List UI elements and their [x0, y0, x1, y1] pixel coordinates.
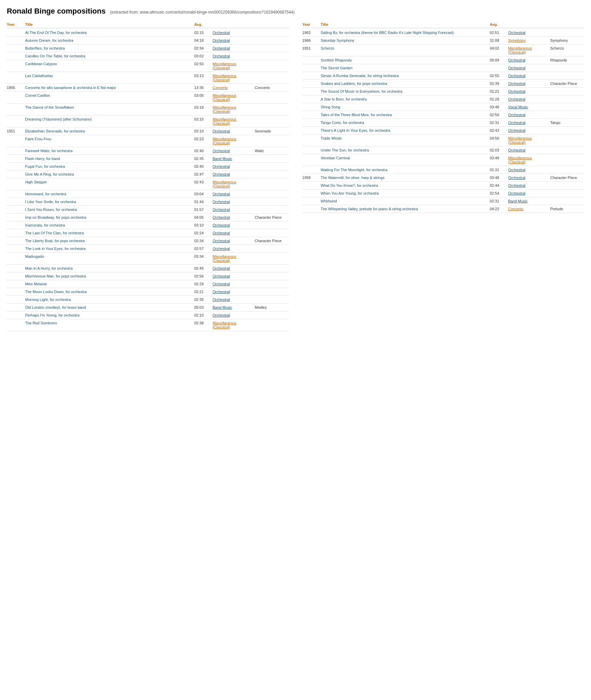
genre-link[interactable]: Orchestral: [508, 97, 525, 101]
title-cell[interactable]: Concerto for alto saxophone & orchestra …: [25, 86, 193, 90]
genre-cell[interactable]: Band Music: [213, 157, 253, 161]
title-cell[interactable]: Sailing By, for orchestra (theme for BBC…: [321, 31, 488, 35]
genre-link[interactable]: Orchestral: [213, 54, 230, 58]
genre-link[interactable]: Miscellaneous (Classical): [213, 321, 236, 329]
genre-cell[interactable]: Orchestral: [213, 231, 253, 235]
title-link[interactable]: There's A Light In Your Eyes, for orches…: [321, 128, 390, 132]
title-link[interactable]: What Do You Know?, for orchestra: [321, 183, 378, 187]
genre-cell[interactable]: Orchestral: [213, 164, 253, 168]
genre-link[interactable]: Orchestral: [508, 176, 525, 180]
title-link[interactable]: Morning Light, for orchestra: [25, 298, 71, 302]
title-link[interactable]: At The End Of The Day, for orchestra: [25, 31, 87, 35]
genre-link[interactable]: Orchestral: [508, 191, 525, 195]
genre-cell[interactable]: Miscellaneous (Classical): [213, 321, 253, 329]
title-cell[interactable]: Siesta: A Rumba Serenade, for string orc…: [321, 74, 488, 78]
genre-cell[interactable]: Symphony: [508, 38, 549, 42]
title-link[interactable]: The Red Sombrero: [25, 321, 57, 325]
genre-cell[interactable]: Orchestral: [213, 239, 253, 243]
title-cell[interactable]: I Sent You Roses, for orchestra: [25, 208, 193, 212]
genre-link[interactable]: Orchestral: [508, 128, 525, 132]
genre-cell[interactable]: Orchestral: [213, 200, 253, 204]
genre-cell[interactable]: Concerto: [213, 86, 253, 90]
title-cell[interactable]: Perhaps I'm Young, for orchestra: [25, 313, 193, 317]
genre-link[interactable]: Orchestral: [508, 121, 525, 125]
title-link[interactable]: The Dance of the Snowflakes: [25, 105, 74, 109]
genre-cell[interactable]: Orchestral: [508, 191, 549, 195]
title-cell[interactable]: Fugal Fun, for orchestra: [25, 164, 193, 168]
genre-link[interactable]: Miscellaneous (Classical): [213, 93, 236, 102]
title-cell[interactable]: Farewell Waltz, for orchestra: [25, 149, 193, 153]
title-cell[interactable]: Madrugado: [25, 254, 193, 258]
title-cell[interactable]: Caribbean Calypso: [25, 62, 193, 66]
title-link[interactable]: Under The Sun, for orchestra: [321, 148, 369, 152]
title-link[interactable]: Whirlwind: [321, 199, 337, 203]
genre-cell[interactable]: Orchestral: [508, 58, 549, 62]
genre-link[interactable]: Concerto: [508, 207, 523, 211]
title-link[interactable]: Old London (medley), for brass band: [25, 305, 86, 309]
title-cell[interactable]: Dreaming (Träumerei) (after Schumann): [25, 117, 193, 121]
title-link[interactable]: Flash Harry, for band: [25, 157, 60, 161]
title-cell[interactable]: The Sound Of Music Is Everywhere, for or…: [321, 89, 488, 93]
genre-cell[interactable]: Orchestral: [508, 97, 549, 101]
title-cell[interactable]: Inamorata, for orchestra: [25, 223, 193, 227]
genre-link[interactable]: Miscellaneous (Classical): [213, 254, 236, 263]
genre-link[interactable]: Orchestral: [213, 164, 230, 168]
title-link[interactable]: The Secret Garden: [321, 66, 353, 70]
title-link[interactable]: Candles On The Table, for orchestra: [25, 54, 85, 58]
genre-cell[interactable]: Orchestral: [213, 247, 253, 251]
title-link[interactable]: Imp on Broadway, for pops orchestra: [25, 215, 86, 219]
genre-link[interactable]: Miscellaneous (Classical): [213, 117, 236, 125]
genre-link[interactable]: Symphony: [508, 38, 526, 42]
title-link[interactable]: The Sound Of Music Is Everywhere, for or…: [321, 89, 402, 93]
title-cell[interactable]: Under The Sun, for orchestra: [321, 148, 488, 152]
title-cell[interactable]: Saturday Symphony: [321, 38, 488, 42]
title-link[interactable]: String Song: [321, 105, 340, 109]
title-cell[interactable]: Waiting For The Moonlight, for orchestra: [321, 168, 488, 172]
genre-cell[interactable]: Miscellaneous (Classical): [213, 74, 253, 82]
genre-cell[interactable]: Miscellaneous (Classical): [508, 46, 549, 54]
title-cell[interactable]: Whirlwind: [321, 199, 488, 203]
title-cell[interactable]: Homeward, for orchestra: [25, 192, 193, 196]
title-cell[interactable]: Tango Corto, for orchestra: [321, 121, 488, 125]
genre-cell[interactable]: Orchestral: [508, 148, 549, 152]
genre-cell[interactable]: Orchestral: [213, 38, 253, 42]
title-cell[interactable]: The Liberty Boat, for pops orchestra: [25, 239, 193, 243]
title-cell[interactable]: Elizabethan Serenade, for orchestra: [25, 129, 193, 133]
title-cell[interactable]: The Secret Garden: [321, 66, 488, 70]
title-link[interactable]: Saturday Symphony: [321, 38, 354, 42]
genre-cell[interactable]: Orchestral: [213, 149, 253, 153]
title-link[interactable]: Mischievous Mac, for pops orchestra: [25, 274, 86, 278]
genre-cell[interactable]: Miscellaneous (Classical): [213, 254, 253, 263]
genre-cell[interactable]: Miscellaneous (Classical): [508, 156, 549, 164]
title-link[interactable]: Sailing By, for orchestra (theme for BBC…: [321, 31, 454, 35]
title-link[interactable]: The Watermill, for oboe, harp & strings: [321, 176, 384, 180]
title-cell[interactable]: Man In A Hurry, for orchestra: [25, 266, 193, 270]
title-link[interactable]: Tales of the Three Blind Mice, for orche…: [321, 113, 392, 117]
title-link[interactable]: The Moon Looks Down, for orchestra: [25, 290, 87, 294]
genre-link[interactable]: Orchestral: [213, 192, 230, 196]
genre-link[interactable]: Orchestral: [213, 200, 230, 204]
title-link[interactable]: Autumn Dream, for orchestra: [25, 38, 73, 42]
title-cell[interactable]: The Moon Looks Down, for orchestra: [25, 290, 193, 294]
title-cell[interactable]: The Last Of The Clan, for orchestra: [25, 231, 193, 235]
genre-link[interactable]: Orchestral: [213, 282, 230, 286]
genre-cell[interactable]: Miscellaneous (Classical): [213, 180, 253, 188]
genre-link[interactable]: Orchestral: [508, 148, 525, 152]
genre-cell[interactable]: Miscellaneous (Classical): [213, 105, 253, 113]
genre-link[interactable]: Miscellaneous (Classical): [213, 105, 236, 113]
title-cell[interactable]: Trade Winds: [321, 136, 488, 140]
title-link[interactable]: Homeward, for orchestra: [25, 192, 66, 196]
title-link[interactable]: I Sent You Roses, for orchestra: [25, 208, 77, 212]
genre-link[interactable]: Orchestral: [213, 290, 230, 294]
genre-link[interactable]: Band Music: [508, 199, 527, 203]
title-cell[interactable]: Candles On The Table, for orchestra: [25, 54, 193, 58]
genre-link[interactable]: Orchestral: [213, 298, 230, 302]
title-link[interactable]: Tango Corto, for orchestra: [321, 121, 364, 125]
genre-cell[interactable]: Orchestral: [213, 313, 253, 317]
title-cell[interactable]: The Red Sombrero: [25, 321, 193, 325]
genre-cell[interactable]: Orchestral: [508, 89, 549, 93]
genre-link[interactable]: Miscellaneous (Classical): [508, 46, 532, 54]
genre-link[interactable]: Miscellaneous (Classical): [508, 156, 532, 164]
genre-cell[interactable]: Orchestral: [508, 74, 549, 78]
title-cell[interactable]: Flash Harry, for band: [25, 157, 193, 161]
